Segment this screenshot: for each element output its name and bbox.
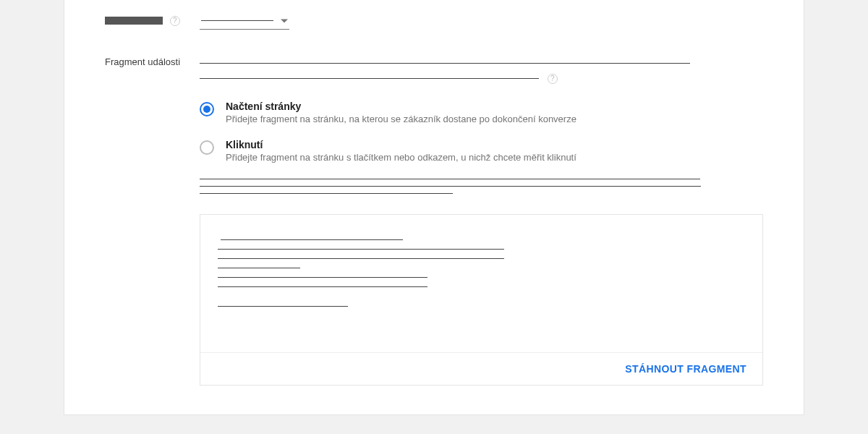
download-fragment-button[interactable]: Stáhnout fragment — [625, 363, 746, 375]
help-icon[interactable]: ? — [170, 16, 180, 26]
help-icon[interactable]: ? — [548, 74, 558, 84]
dropdown-select[interactable] — [200, 12, 289, 30]
radio-indicator — [200, 140, 214, 155]
radio-indicator — [200, 102, 214, 116]
post-text-placeholder — [200, 179, 763, 194]
radio-click[interactable]: Kliknutí Přidejte fragment na stránku s … — [200, 137, 763, 164]
radio-title: Kliknutí — [226, 139, 576, 150]
radio-desc: Přidejte fragment na stránku, na kterou … — [226, 114, 576, 124]
settings-card: ? Fragment události ? — [64, 0, 804, 415]
select-value-placeholder — [201, 20, 273, 21]
radio-desc: Přidejte fragment na stránku s tlačítkem… — [226, 152, 576, 163]
radio-title: Načtení stránky — [226, 101, 576, 112]
chevron-down-icon — [281, 19, 288, 22]
section-label: Fragment události — [105, 54, 194, 69]
redacted-label — [105, 17, 163, 25]
top-row: ? — [105, 0, 763, 30]
code-snippet-box: Stáhnout fragment — [200, 214, 763, 386]
event-fragment-section: Fragment události ? Načtení stránky — [105, 54, 763, 386]
radio-page-load[interactable]: Načtení stránky Přidejte fragment na str… — [200, 99, 763, 126]
intro-text-placeholder: ? — [200, 63, 763, 86]
code-snippet-body — [218, 239, 745, 341]
